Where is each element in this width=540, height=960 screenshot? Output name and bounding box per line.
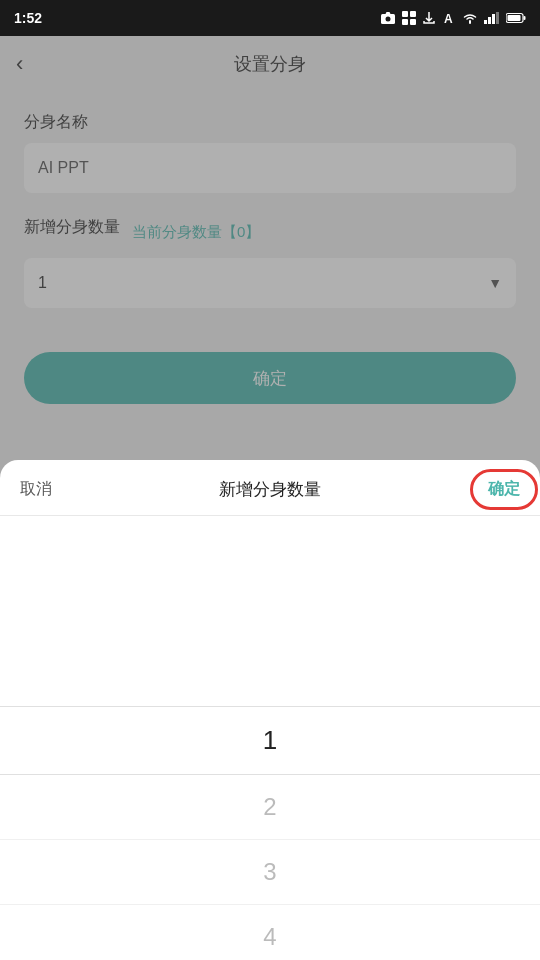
sheet-title: 新增分身数量 bbox=[219, 478, 321, 501]
picker-area: 1 2 3 4 5 bbox=[0, 676, 540, 960]
svg-point-1 bbox=[386, 17, 391, 22]
picker-item-2[interactable]: 2 bbox=[0, 775, 540, 840]
picker-item-3[interactable]: 3 bbox=[0, 840, 540, 905]
sheet-cancel-button[interactable]: 取消 bbox=[20, 479, 52, 500]
text-a-icon: A bbox=[442, 11, 456, 25]
picker-item-4[interactable]: 4 bbox=[0, 905, 540, 960]
svg-rect-10 bbox=[496, 12, 499, 24]
sheet-confirm-button[interactable]: 确定 bbox=[488, 479, 520, 500]
signal-icon bbox=[484, 12, 500, 24]
svg-rect-3 bbox=[410, 11, 416, 17]
svg-rect-13 bbox=[508, 15, 521, 21]
svg-rect-7 bbox=[484, 20, 487, 24]
status-bar: 1:52 A bbox=[0, 0, 540, 36]
bottom-sheet: 取消 新增分身数量 确定 1 2 3 4 5 bbox=[0, 460, 540, 960]
sheet-header: 取消 新增分身数量 确定 bbox=[0, 460, 540, 516]
svg-rect-4 bbox=[402, 19, 408, 25]
picker-spacer bbox=[0, 516, 540, 676]
wifi-icon bbox=[462, 12, 478, 24]
battery-icon bbox=[506, 12, 526, 24]
svg-rect-2 bbox=[402, 11, 408, 17]
svg-text:A: A bbox=[444, 12, 453, 25]
svg-rect-9 bbox=[492, 14, 495, 24]
status-time: 1:52 bbox=[14, 10, 42, 26]
app-screen: ‹ 设置分身 分身名称 AI PPT 新增分身数量 当前分身数量【0】 1 ▼ … bbox=[0, 36, 540, 960]
grid-icon bbox=[402, 11, 416, 25]
svg-rect-5 bbox=[410, 19, 416, 25]
svg-rect-8 bbox=[488, 17, 491, 24]
status-icons: A bbox=[380, 11, 526, 25]
picker-item-1[interactable]: 1 bbox=[0, 706, 540, 775]
photo-icon bbox=[380, 11, 396, 25]
download-icon bbox=[422, 11, 436, 25]
svg-rect-12 bbox=[524, 16, 526, 20]
